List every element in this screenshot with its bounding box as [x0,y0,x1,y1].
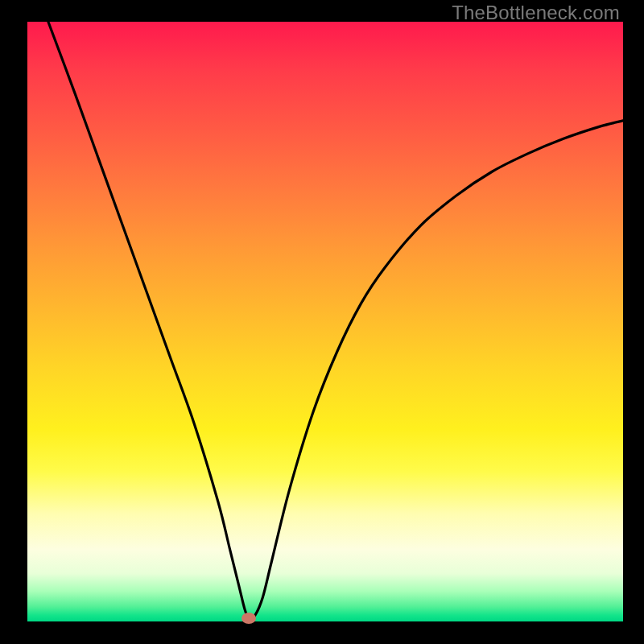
bottleneck-curve [27,22,623,621]
chart-frame: TheBottleneck.com [0,0,644,644]
watermark-text: TheBottleneck.com [452,2,620,24]
optimal-point-marker [242,613,256,624]
